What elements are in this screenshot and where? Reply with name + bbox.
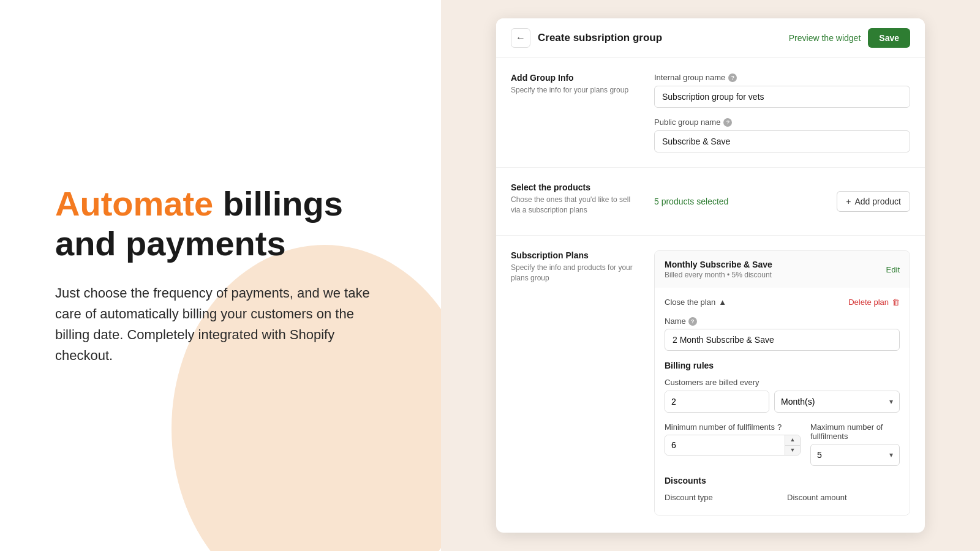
public-name-help-icon[interactable]: ? bbox=[723, 118, 732, 127]
close-plan-button[interactable]: Close the plan ▲ bbox=[665, 298, 726, 307]
modal-body: Add Group Info Specify the info for your… bbox=[496, 58, 925, 533]
subscription-plans-label: Subscription Plans Specify the info and … bbox=[511, 250, 639, 523]
subscription-plans-desc: Specify the info and products for your p… bbox=[511, 263, 639, 283]
min-help-icon[interactable]: ? bbox=[777, 422, 782, 432]
plan-desc: Billed every month • 5% discount bbox=[665, 271, 772, 279]
period-select-wrapper: Day(s) Week(s) Month(s) Year(s) bbox=[774, 391, 900, 413]
modal-header-right: Preview the widget Save bbox=[789, 28, 910, 48]
add-group-info-content: Internal group name ? Public group name … bbox=[654, 73, 910, 152]
billing-row: ▲ ▼ Day(s) Week(s) Month(s) bbox=[665, 391, 900, 413]
products-row: 5 products selected + Add product bbox=[654, 182, 910, 220]
add-group-info-label: Add Group Info Specify the info for your… bbox=[511, 73, 639, 152]
trash-icon: 🗑 bbox=[892, 298, 900, 307]
max-fulfillments-label: Maximum number of fullfilments bbox=[810, 422, 900, 441]
add-group-info-section: Add Group Info Specify the info for your… bbox=[496, 58, 925, 168]
internal-group-name-label: Internal group name ? bbox=[654, 73, 910, 82]
public-group-name-label: Public group name ? bbox=[654, 118, 910, 127]
add-product-label: Add product bbox=[855, 197, 902, 206]
save-button[interactable]: Save bbox=[868, 28, 910, 48]
modal-header: ← Create subsription group Preview the w… bbox=[496, 18, 925, 58]
subscription-plans-section: Subscription Plans Specify the info and … bbox=[496, 236, 925, 533]
min-up[interactable]: ▲ bbox=[785, 435, 800, 446]
billed-every-input[interactable] bbox=[665, 391, 769, 412]
internal-group-name-input[interactable] bbox=[654, 86, 910, 108]
max-fulfillments-group: Maximum number of fullfilments 1 2 3 4 bbox=[810, 422, 900, 466]
plan-expanded: Close the plan ▲ Delete plan 🗑 bbox=[655, 288, 910, 515]
close-plan-bar: Close the plan ▲ Delete plan 🗑 bbox=[665, 298, 900, 307]
add-group-info-desc: Specify the info for your plans group bbox=[511, 85, 639, 96]
min-down[interactable]: ▼ bbox=[785, 446, 800, 455]
public-group-name-input[interactable] bbox=[654, 130, 910, 152]
discounts-heading: Discounts bbox=[665, 476, 900, 485]
subscription-plans-content: Monthly Subscribe & Save Billed every mo… bbox=[654, 250, 910, 523]
max-fulfillments-select[interactable]: 1 2 3 4 5 6 bbox=[811, 444, 899, 465]
select-products-desc: Chose the ones that you'd like to sell v… bbox=[511, 195, 639, 216]
back-button[interactable]: ← bbox=[511, 28, 530, 48]
add-group-info-title: Add Group Info bbox=[511, 73, 639, 83]
plan-header-info: Monthly Subscribe & Save Billed every mo… bbox=[665, 260, 772, 279]
max-fulfillments-select-wrapper: 1 2 3 4 5 6 bbox=[810, 444, 900, 466]
plan-name-field-label: Name ? bbox=[665, 317, 900, 326]
discount-type-label: Discount type bbox=[665, 493, 777, 502]
plan-card: Monthly Subscribe & Save Billed every mo… bbox=[654, 250, 910, 515]
discount-amount-label: Discount amount bbox=[787, 493, 900, 502]
billed-every-input-wrapper: ▲ ▼ bbox=[665, 391, 769, 413]
modal-header-left: ← Create subsription group bbox=[511, 28, 662, 48]
select-products-label: Select the products Chose the ones that … bbox=[511, 182, 639, 220]
add-product-button[interactable]: + Add product bbox=[837, 191, 910, 212]
left-content: Automate billingsand payments Just choos… bbox=[55, 184, 386, 366]
discounts-row: Discount type Discount amount bbox=[665, 493, 900, 505]
select-products-content: 5 products selected + Add product bbox=[654, 182, 910, 220]
hero-title: Automate billingsand payments bbox=[55, 184, 386, 263]
select-products-section: Select the products Chose the ones that … bbox=[496, 168, 925, 236]
close-plan-label: Close the plan bbox=[665, 298, 715, 307]
customers-billed-label: Customers are billed every bbox=[665, 378, 900, 387]
delete-plan-label: Delete plan bbox=[848, 298, 889, 307]
billing-rules-heading: Billing rules bbox=[665, 361, 900, 370]
name-help-icon[interactable]: ? bbox=[688, 317, 697, 326]
discount-amount-group: Discount amount bbox=[787, 493, 900, 505]
select-products-title: Select the products bbox=[511, 182, 639, 192]
plus-icon: + bbox=[846, 197, 851, 206]
plan-edit-link[interactable]: Edit bbox=[886, 265, 900, 274]
min-fulfillments-wrapper: ▲ ▼ bbox=[665, 435, 801, 455]
products-count: 5 products selected bbox=[654, 197, 728, 206]
billing-rules-section: Billing rules Customers are billed every… bbox=[665, 361, 900, 466]
modal-card: ← Create subsription group Preview the w… bbox=[496, 18, 925, 533]
fulfillments-row: Minimum number of fullfilments ? ▲ ▼ bbox=[665, 422, 900, 466]
delete-plan-button[interactable]: Delete plan 🗑 bbox=[848, 298, 900, 307]
internal-name-help-icon[interactable]: ? bbox=[728, 73, 737, 82]
preview-widget-link[interactable]: Preview the widget bbox=[789, 33, 861, 43]
left-panel: Automate billingsand payments Just choos… bbox=[0, 0, 441, 551]
min-fulfillments-group: Minimum number of fullfilments ? ▲ ▼ bbox=[665, 422, 801, 466]
min-fulfillments-input[interactable] bbox=[665, 435, 785, 455]
plan-name-input[interactable] bbox=[665, 329, 900, 351]
hero-title-highlight: Automate bbox=[55, 184, 213, 223]
discounts-section: Discounts Discount type Discount amount bbox=[665, 476, 900, 505]
subscription-plans-title: Subscription Plans bbox=[511, 250, 639, 260]
discount-type-group: Discount type bbox=[665, 493, 777, 505]
hero-subtitle: Just choose the frequency of payments, a… bbox=[55, 283, 386, 366]
plan-header: Monthly Subscribe & Save Billed every mo… bbox=[655, 251, 910, 288]
plan-name-group: Name ? bbox=[665, 317, 900, 351]
chevron-up-icon: ▲ bbox=[718, 298, 726, 307]
modal-title: Create subsription group bbox=[538, 32, 662, 44]
min-fulfillments-label: Minimum number of fullfilments ? bbox=[665, 422, 801, 432]
plan-name: Monthly Subscribe & Save bbox=[665, 260, 772, 269]
period-select[interactable]: Day(s) Week(s) Month(s) Year(s) bbox=[775, 391, 899, 412]
min-stepper: ▲ ▼ bbox=[785, 435, 800, 455]
right-panel: ← Create subsription group Preview the w… bbox=[441, 0, 980, 551]
